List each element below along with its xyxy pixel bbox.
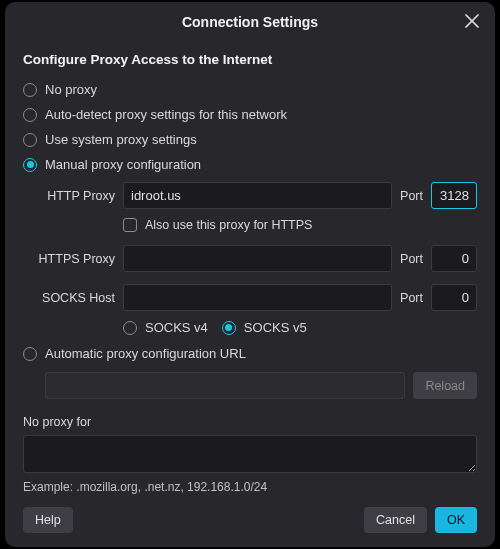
radio-label: SOCKS v5 (244, 320, 307, 335)
auto-url-row: Reload (23, 372, 477, 399)
radio-icon (23, 108, 37, 122)
socks-version-group: SOCKS v4 SOCKS v5 (33, 316, 477, 341)
radio-icon (23, 158, 37, 172)
socks-host-row: SOCKS Host Port (33, 284, 477, 311)
http-proxy-label: HTTP Proxy (33, 189, 115, 203)
radio-icon (123, 321, 137, 335)
port-label: Port (400, 291, 423, 305)
section-title: Configure Proxy Access to the Internet (23, 52, 477, 67)
radio-socks-v4[interactable]: SOCKS v4 (123, 320, 208, 335)
socks-host-label: SOCKS Host (33, 291, 115, 305)
https-proxy-label: HTTPS Proxy (33, 252, 115, 266)
https-proxy-port-input[interactable] (431, 245, 477, 272)
manual-proxy-panel: HTTP Proxy Port Also use this proxy for … (23, 182, 477, 341)
dialog-footer: Help Cancel OK (5, 499, 495, 547)
dialog-content: Configure Proxy Access to the Internet N… (5, 44, 495, 499)
radio-icon (23, 83, 37, 97)
also-https-label: Also use this proxy for HTTPS (145, 218, 312, 232)
no-proxy-for-input[interactable] (23, 435, 477, 473)
radio-label: No proxy (45, 82, 97, 97)
socks-host-input[interactable] (123, 284, 392, 311)
http-proxy-port-input[interactable] (431, 182, 477, 209)
cancel-button[interactable]: Cancel (364, 507, 427, 533)
http-proxy-host-input[interactable] (123, 182, 392, 209)
radio-icon (23, 133, 37, 147)
also-https-row[interactable]: Also use this proxy for HTTPS (33, 214, 477, 240)
radio-manual-proxy[interactable]: Manual proxy configuration (23, 152, 477, 177)
https-proxy-host-input[interactable] (123, 245, 392, 272)
radio-system-proxy[interactable]: Use system proxy settings (23, 127, 477, 152)
http-proxy-row: HTTP Proxy Port (33, 182, 477, 209)
port-label: Port (400, 189, 423, 203)
dialog-title: Connection Settings (182, 14, 318, 30)
socks-port-input[interactable] (431, 284, 477, 311)
no-proxy-example: Example: .mozilla.org, .net.nz, 192.168.… (23, 480, 477, 494)
radio-label: Auto-detect proxy settings for this netw… (45, 107, 287, 122)
close-icon[interactable] (463, 12, 481, 30)
auto-url-input[interactable] (45, 372, 405, 399)
port-label: Port (400, 252, 423, 266)
reload-button[interactable]: Reload (413, 372, 477, 399)
radio-label: Automatic proxy configuration URL (45, 346, 246, 361)
radio-label: Manual proxy configuration (45, 157, 201, 172)
radio-socks-v5[interactable]: SOCKS v5 (222, 320, 307, 335)
radio-auto-url[interactable]: Automatic proxy configuration URL (23, 341, 477, 366)
help-button[interactable]: Help (23, 507, 73, 533)
radio-icon (222, 321, 236, 335)
no-proxy-for-label: No proxy for (23, 415, 477, 429)
dialog-titlebar: Connection Settings (5, 2, 495, 44)
radio-icon (23, 347, 37, 361)
radio-no-proxy[interactable]: No proxy (23, 77, 477, 102)
radio-label: SOCKS v4 (145, 320, 208, 335)
https-proxy-row: HTTPS Proxy Port (33, 245, 477, 272)
connection-settings-dialog: Connection Settings Configure Proxy Acce… (5, 2, 495, 547)
checkbox-icon (123, 218, 137, 232)
ok-button[interactable]: OK (435, 507, 477, 533)
radio-label: Use system proxy settings (45, 132, 197, 147)
radio-auto-detect[interactable]: Auto-detect proxy settings for this netw… (23, 102, 477, 127)
